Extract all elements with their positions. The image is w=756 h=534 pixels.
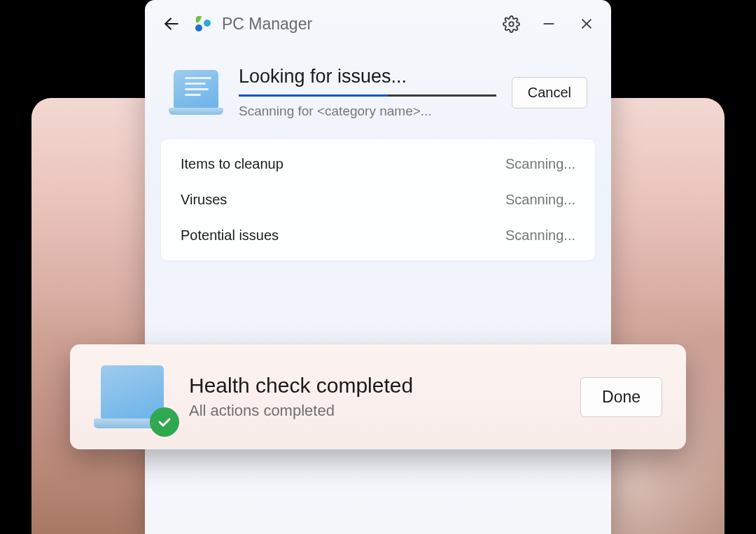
scan-result-label: Items to cleanup (181, 156, 284, 172)
title-bar-actions (502, 15, 596, 33)
scan-progress-fill (239, 94, 388, 97)
close-icon (579, 16, 594, 31)
svg-point-1 (195, 24, 202, 31)
scan-progress-bar (239, 94, 496, 97)
scan-title: Looking for issues... (239, 66, 496, 87)
title-bar: PC Manager (145, 0, 611, 42)
done-button[interactable]: Done (580, 377, 662, 417)
scan-header: Looking for issues... Scanning for <cate… (145, 42, 611, 139)
minimize-icon (541, 16, 556, 31)
toast-info: Health check completed All actions compl… (189, 374, 562, 420)
scan-result-status: Scanning... (505, 192, 575, 208)
minimize-button[interactable] (540, 15, 558, 33)
svg-point-3 (509, 22, 513, 26)
scan-results-card: Items to cleanup Scanning... Viruses Sca… (160, 139, 596, 261)
svg-point-2 (204, 20, 211, 27)
close-button[interactable] (578, 15, 596, 33)
app-logo-icon (192, 14, 212, 34)
gear-icon (503, 15, 520, 33)
scan-info: Looking for issues... Scanning for <cate… (239, 66, 496, 119)
settings-button[interactable] (502, 15, 520, 33)
health-check-complete-toast: Health check completed All actions compl… (70, 344, 686, 449)
scan-subtitle: Scanning for <category name>... (239, 104, 496, 119)
toast-title: Health check completed (189, 374, 562, 398)
scan-result-status: Scanning... (505, 227, 575, 244)
scan-result-status: Scanning... (505, 156, 575, 172)
app-title: PC Manager (222, 15, 492, 34)
checkmark-badge-icon (150, 407, 179, 437)
laptop-complete-icon (94, 365, 171, 428)
back-button[interactable] (160, 13, 183, 35)
laptop-scanning-icon (169, 70, 223, 115)
pc-manager-window: PC Manager Looking for issues... S (145, 0, 611, 534)
scan-result-row: Viruses Scanning... (161, 182, 595, 218)
arrow-left-icon (162, 15, 181, 33)
scan-result-label: Potential issues (181, 227, 279, 244)
scan-result-label: Viruses (181, 192, 227, 208)
scan-result-row: Items to cleanup Scanning... (161, 146, 595, 182)
toast-subtitle: All actions completed (189, 402, 562, 420)
cancel-button[interactable]: Cancel (512, 77, 587, 108)
scan-result-row: Potential issues Scanning... (161, 218, 595, 253)
